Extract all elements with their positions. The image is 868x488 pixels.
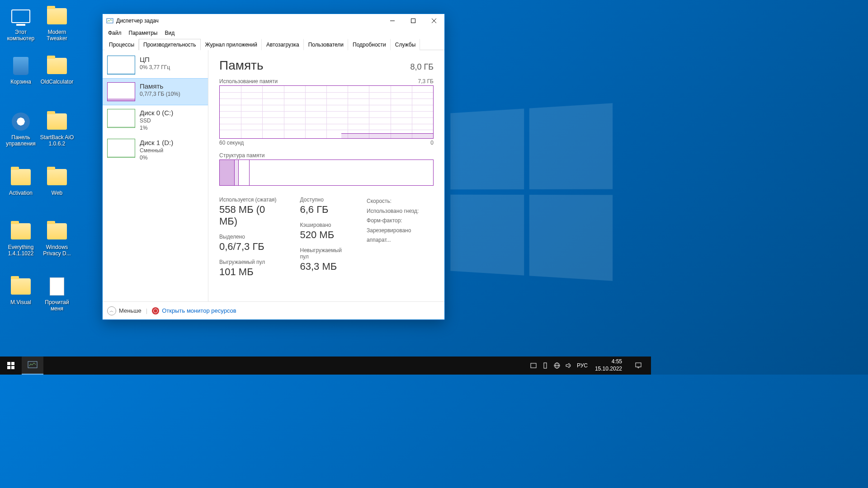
composition-label: Структура памяти	[219, 152, 264, 159]
tab[interactable]: Производительность	[139, 39, 200, 50]
svg-rect-6	[531, 363, 536, 368]
menu-item[interactable]: Файл	[104, 28, 125, 38]
window-title: Диспетчер задач	[116, 18, 382, 24]
mini-graph	[107, 109, 135, 128]
stat-available: Доступно 6,6 ГБ	[300, 197, 350, 216]
folder-icon	[46, 166, 68, 188]
memory-panel: Память 8,0 ГБ Использование памяти 7,3 Г…	[208, 50, 444, 301]
folder-icon	[10, 221, 32, 242]
x-axis-left: 60 секунд	[219, 140, 244, 146]
clock[interactable]: 4:55 15.10.2022	[592, 358, 625, 372]
desktop-icon[interactable]: Корзина	[4, 55, 38, 85]
folder-icon	[46, 55, 68, 77]
memory-usage-graph[interactable]	[219, 85, 434, 139]
stat-paged: Выгружаемый пул 101 МБ	[219, 259, 283, 278]
desktop-icon[interactable]: StartBack AiO 1.0.6.2	[40, 111, 74, 147]
desktop-icon[interactable]: Everything 1.4.1.1022	[4, 221, 38, 257]
icon-label: Modern Tweaker	[40, 29, 74, 42]
tab[interactable]: Журнал приложений	[201, 39, 262, 50]
input-language[interactable]: РУС	[577, 362, 588, 369]
memory-meta-info: Скорость: Использовано гнезд: Форм-факто…	[367, 197, 434, 278]
taskbar: РУС 4:55 15.10.2022	[0, 357, 651, 375]
icon-label: Web	[40, 190, 74, 196]
desktop-icon[interactable]: Этот компьютер	[4, 5, 38, 42]
desktop-icon[interactable]: Прочитай меня	[40, 276, 74, 312]
sidebar-item-sub: 0,7/7,3 ГБ (10%)	[140, 91, 203, 98]
task-manager-window: Диспетчер задач ФайлПараметрыВид Процесс…	[102, 14, 445, 320]
icon-label: Windows Privacy D...	[40, 244, 74, 257]
memory-total: 8,0 ГБ	[410, 62, 434, 72]
svg-rect-7	[544, 363, 547, 368]
panel-title: Память	[219, 58, 264, 73]
menu-item[interactable]: Параметры	[125, 28, 161, 38]
sidebar-item-sub: Сменный0%	[140, 147, 203, 161]
open-resource-monitor-link[interactable]: Открыть монитор ресурсов	[152, 307, 236, 314]
sidebar-item-cpu[interactable]: ЦП0% 3,77 ГГц	[103, 52, 208, 78]
mini-graph	[107, 56, 135, 75]
svg-rect-2	[411, 19, 415, 23]
action-center-button[interactable]	[629, 357, 647, 375]
tray-usb-icon[interactable]	[542, 362, 549, 369]
minimize-button[interactable]	[382, 14, 403, 28]
icon-label: Этот компьютер	[4, 29, 38, 42]
folder-icon	[10, 276, 32, 297]
window-footer: ︿ Меньше | Открыть монитор ресурсов	[103, 301, 444, 319]
tab[interactable]: Процессы	[104, 39, 139, 50]
task-manager-taskbar-icon	[28, 361, 38, 369]
icon-label: Панель управления	[4, 134, 38, 147]
desktop-icon[interactable]: M.Visual	[4, 276, 38, 305]
folder-icon	[46, 5, 68, 27]
tab[interactable]: Подробности	[348, 39, 391, 50]
x-axis-right: 0	[430, 140, 434, 146]
network-icon[interactable]	[553, 362, 561, 369]
icon-label: Activation	[4, 190, 38, 196]
menubar: ФайлПараметрыВид	[103, 28, 444, 38]
tray-rect-icon[interactable]	[530, 362, 537, 369]
mini-graph	[107, 82, 135, 101]
desktop-icon[interactable]: Activation	[4, 166, 38, 196]
tab-strip: ПроцессыПроизводительностьЖурнал приложе…	[103, 38, 444, 50]
sidebar-item-sub: 0% 3,77 ГГц	[140, 64, 203, 71]
menu-item[interactable]: Вид	[161, 28, 178, 38]
usage-graph-label: Использование памяти	[219, 78, 278, 84]
icon-label: Everything 1.4.1.1022	[4, 244, 38, 257]
resource-monitor-icon	[152, 307, 159, 314]
pc-icon	[10, 5, 32, 27]
desktop-icon[interactable]: Modern Tweaker	[40, 5, 74, 42]
icon-label: M.Visual	[4, 299, 38, 305]
windows-logo-bg	[450, 103, 613, 281]
volume-icon[interactable]	[565, 362, 572, 369]
sidebar-item-sub: SSD1%	[140, 117, 203, 131]
folder-icon	[10, 166, 32, 188]
bin-icon	[10, 55, 32, 77]
system-tray: РУС 4:55 15.10.2022	[526, 357, 651, 375]
memory-composition-graph[interactable]	[219, 160, 434, 186]
sidebar-item-disk[interactable]: Диск 0 (C:)SSD1%	[103, 105, 208, 135]
stat-committed: Выделено 0,6/7,3 ГБ	[219, 234, 283, 253]
maximize-button[interactable]	[403, 14, 424, 28]
close-button[interactable]	[424, 14, 444, 28]
desktop-icon[interactable]: Панель управления	[4, 111, 38, 147]
doc-icon	[46, 276, 68, 297]
titlebar[interactable]: Диспетчер задач	[103, 14, 444, 28]
stat-used: Используется (сжатая) 558 МБ (0 МБ)	[219, 197, 283, 227]
sidebar-item-mem[interactable]: Память0,7/7,3 ГБ (10%)	[103, 78, 208, 105]
sidebar-item-disk[interactable]: Диск 1 (D:)Сменный0%	[103, 135, 208, 165]
folder-icon	[46, 221, 68, 242]
tab[interactable]: Автозагрузка	[262, 39, 304, 50]
tab[interactable]: Службы	[391, 39, 420, 50]
sidebar-item-title: ЦП	[140, 56, 203, 63]
desktop-icon[interactable]: Windows Privacy D...	[40, 221, 74, 257]
gear-icon	[10, 111, 32, 132]
taskbar-task-manager[interactable]	[22, 357, 43, 375]
start-button[interactable]	[0, 357, 22, 375]
sidebar-item-title: Диск 0 (C:)	[140, 109, 203, 117]
tab[interactable]: Пользователи	[304, 39, 348, 50]
folder-icon	[46, 111, 68, 132]
desktop-icon[interactable]: Web	[40, 166, 74, 196]
usage-graph-max: 7,3 ГБ	[418, 78, 434, 84]
svg-rect-11	[636, 363, 641, 367]
desktop-icon[interactable]: OldCalculator	[40, 55, 74, 85]
performance-sidebar: ЦП0% 3,77 ГГцПамять0,7/7,3 ГБ (10%)Диск …	[103, 50, 208, 301]
fewer-details-button[interactable]: ︿ Меньше	[107, 306, 142, 315]
